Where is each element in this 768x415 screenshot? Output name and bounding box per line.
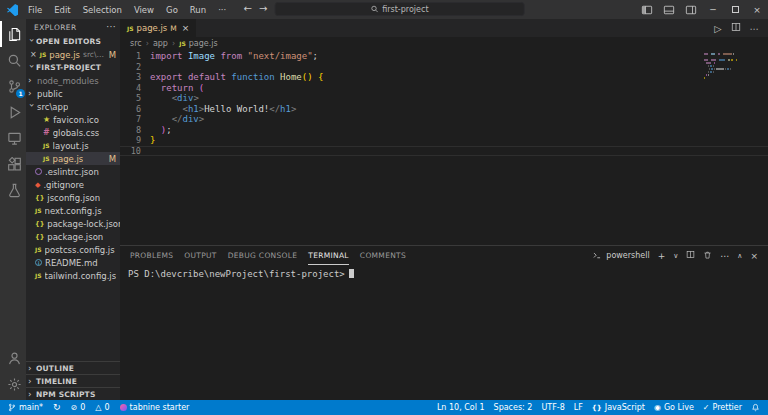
new-terminal-icon[interactable]: + xyxy=(658,251,666,261)
command-center-search[interactable]: first-project xyxy=(274,2,524,16)
section-timeline[interactable]: ›TIMELINE xyxy=(26,374,120,387)
breadcrumb-item-src[interactable]: src xyxy=(130,39,142,48)
status-go-live[interactable]: ◉Go Live xyxy=(654,403,694,412)
panel-tab-comments[interactable]: COMMENTS xyxy=(360,246,406,265)
close-icon[interactable]: × xyxy=(182,23,190,33)
status-tabnine[interactable]: tabnine starter xyxy=(120,403,190,412)
breadcrumb-item-page-js[interactable]: JSpage.js xyxy=(179,39,217,48)
run-button[interactable]: ▷ xyxy=(714,23,721,34)
tree-item--gitignore[interactable]: ◆.gitignore xyxy=(26,178,120,191)
status-eol[interactable]: LF xyxy=(574,403,583,412)
close-panel-icon[interactable]: × xyxy=(750,251,758,261)
activity-search-icon[interactable] xyxy=(0,47,26,73)
menu-go[interactable]: Go xyxy=(160,0,184,19)
status-git-branch[interactable]: main* xyxy=(8,403,43,412)
close-icon[interactable]: × xyxy=(746,0,768,19)
json-file-icon: {} xyxy=(35,220,44,228)
activity-extensions-icon[interactable] xyxy=(0,151,26,177)
status-errors[interactable]: ⊘0 xyxy=(71,403,86,412)
back-arrow-icon[interactable]: ← xyxy=(244,2,252,16)
code-editor[interactable]: 1import Image from "next/image";23export… xyxy=(120,50,768,245)
panel-tab-output[interactable]: OUTPUT xyxy=(184,246,216,265)
status-warnings[interactable]: △0 xyxy=(95,403,109,412)
maximize-icon[interactable] xyxy=(724,0,746,19)
tree-item-favicon-ico[interactable]: ★favicon.ico xyxy=(26,113,120,126)
menu-run[interactable]: Run xyxy=(184,0,212,19)
code-line-6[interactable]: 6 <h1>Hello World!</h1> xyxy=(120,104,768,115)
shell-selector[interactable]: powershell xyxy=(592,251,649,260)
panel-tab-terminal[interactable]: TERMINAL xyxy=(308,246,349,265)
tree-item-tailwind-config-js[interactable]: JStailwind.config.js xyxy=(26,269,120,282)
minimize-icon[interactable]: ─ xyxy=(702,0,724,19)
tree-item-page-js[interactable]: JSpage.jsM xyxy=(26,152,120,165)
open-editor-item[interactable]: × JS page.js src\app M xyxy=(26,48,120,61)
forward-arrow-icon[interactable]: → xyxy=(259,2,267,16)
status-sync[interactable]: ↻ xyxy=(53,403,61,412)
tree-item-jsconfig-json[interactable]: {}jsconfig.json xyxy=(26,191,120,204)
tree-item-package-lock-json[interactable]: {}package-lock.json xyxy=(26,217,120,230)
tree-item-postcss-config-js[interactable]: JSpostcss.config.js xyxy=(26,243,120,256)
json-file-icon: {} xyxy=(35,233,44,241)
status-prettier[interactable]: ✓Prettier xyxy=(703,403,742,412)
activity-explorer-icon[interactable] xyxy=(0,21,26,47)
more-actions-icon[interactable]: ⋯ xyxy=(720,251,729,261)
status-language[interactable]: {}JavaScript xyxy=(592,403,645,412)
open-editors-header[interactable]: › OPEN EDITORS xyxy=(26,35,120,48)
status-cursor-position[interactable]: Ln 10, Col 1 xyxy=(437,403,485,412)
activity-testing-icon[interactable] xyxy=(0,177,26,203)
layout-sidebar-right-icon[interactable] xyxy=(680,0,702,19)
tree-item--eslintrc-json[interactable]: .eslintrc.json xyxy=(26,165,120,178)
activity-source-control-icon[interactable]: 1 xyxy=(0,73,26,99)
code-line-8[interactable]: 8 ); xyxy=(120,125,768,136)
section-outline[interactable]: ›OUTLINE xyxy=(26,361,120,374)
tree-item-package-json[interactable]: {}package.json xyxy=(26,230,120,243)
activity-settings-icon[interactable] xyxy=(0,371,26,397)
activity-accounts-icon[interactable] xyxy=(0,345,26,371)
tab-page-js[interactable]: JS page.js M × xyxy=(120,19,196,37)
breadcrumb-item-app[interactable]: app xyxy=(153,39,168,48)
kill-terminal-icon[interactable] xyxy=(703,250,712,262)
maximize-panel-icon[interactable]: ∧ xyxy=(737,252,742,260)
section-npm-scripts[interactable]: ›NPM SCRIPTS xyxy=(26,387,120,400)
menu-edit[interactable]: Edit xyxy=(48,0,76,19)
panel-tab-problems[interactable]: PROBLEMS xyxy=(130,246,173,265)
menu-file[interactable]: File xyxy=(22,0,48,19)
code-line-1[interactable]: 1import Image from "next/image"; xyxy=(120,51,768,62)
status-encoding[interactable]: UTF-8 xyxy=(541,403,564,412)
tree-item-layout-js[interactable]: JSlayout.js xyxy=(26,139,120,152)
tree-item-src-app[interactable]: ›src\app xyxy=(26,100,120,113)
tree-item-next-config-js[interactable]: JSnext.config.js xyxy=(26,204,120,217)
status-indentation[interactable]: Spaces: 2 xyxy=(494,403,533,412)
tree-item-globals-css[interactable]: #globals.css xyxy=(26,126,120,139)
project-header[interactable]: › FIRST-PROJECT xyxy=(26,61,120,74)
split-terminal-icon[interactable] xyxy=(686,250,695,261)
layout-sidebar-icon[interactable] xyxy=(636,0,658,19)
code-line-9[interactable]: 9} xyxy=(120,135,768,146)
close-icon[interactable]: × xyxy=(30,50,37,59)
chevron-down-icon[interactable]: ∨ xyxy=(673,252,678,260)
tree-item-node-modules[interactable]: ›node_modules xyxy=(26,74,120,87)
more-actions-icon[interactable]: ··· xyxy=(106,22,116,32)
activity-run-and-debug-icon[interactable] xyxy=(0,99,26,125)
menu-view[interactable]: View xyxy=(128,0,160,19)
code-line-10[interactable]: 10 xyxy=(120,146,768,157)
tree-item-readme-md[interactable]: iREADME.md xyxy=(26,256,120,269)
code-line-5[interactable]: 5 <div> xyxy=(120,93,768,104)
tree-item-public[interactable]: ›public xyxy=(26,87,120,100)
more-actions-icon[interactable]: ⋯ xyxy=(750,23,760,34)
split-editor-icon[interactable] xyxy=(731,22,741,34)
menu-[interactable]: ··· xyxy=(212,0,232,19)
menu-selection[interactable]: Selection xyxy=(77,0,128,19)
layout-panel-icon[interactable] xyxy=(658,0,680,19)
panel-tab-debug-console[interactable]: DEBUG CONSOLE xyxy=(228,246,298,265)
code-line-3[interactable]: 3export default function Home() { xyxy=(120,72,768,83)
status-notifications[interactable] xyxy=(751,403,760,412)
branch-icon xyxy=(8,403,16,412)
code-line-2[interactable]: 2 xyxy=(120,62,768,73)
status-right: Ln 10, Col 1Spaces: 2UTF-8LF{}JavaScript… xyxy=(437,403,760,412)
code-line-7[interactable]: 7 </div> xyxy=(120,114,768,125)
editor-group: JS page.js M × ▷ ⋯ src›app›JSpage.js 1im… xyxy=(120,19,768,400)
activity-remote-explorer-icon[interactable] xyxy=(0,125,26,151)
code-line-4[interactable]: 4 return ( xyxy=(120,83,768,94)
terminal-content[interactable]: PS D:\devcribe\newProject\first-project> xyxy=(120,265,768,400)
